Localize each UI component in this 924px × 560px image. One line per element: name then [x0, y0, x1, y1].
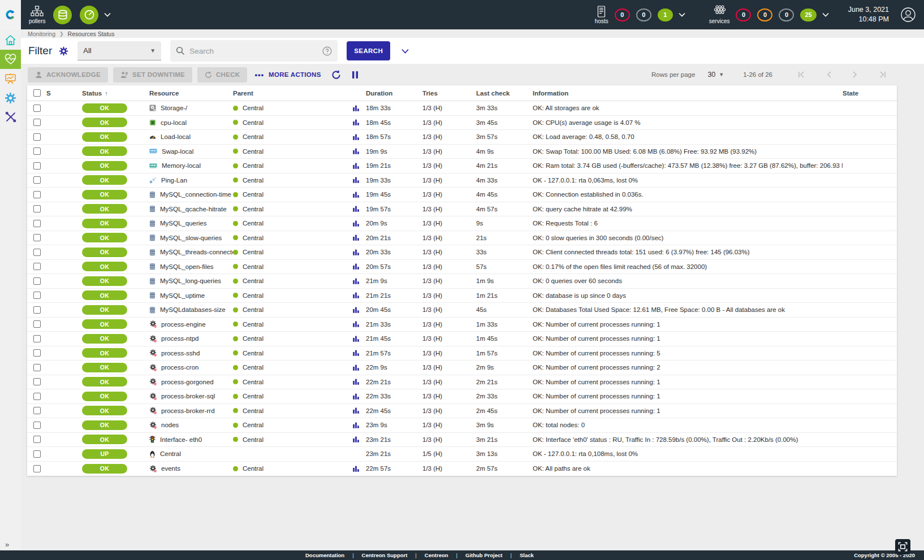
hosts-expand-chevron[interactable] [679, 12, 685, 17]
services-menu[interactable]: services [709, 5, 730, 24]
column-header-severity[interactable]: S [46, 90, 72, 97]
services-expand-chevron[interactable] [822, 12, 829, 17]
resource-name[interactable]: MySQLdatabases-size [160, 306, 226, 313]
parent-cell[interactable]: Central [233, 436, 346, 443]
graph-icon[interactable] [352, 306, 360, 314]
select-all-checkbox[interactable] [27, 89, 46, 97]
table-row[interactable]: OKprocess-broker-sqlCentral22m 33s1/3 (H… [27, 389, 897, 404]
graph-icon[interactable] [352, 335, 360, 342]
graph-icon[interactable] [352, 378, 360, 385]
footer-link[interactable]: Centreon Support [362, 552, 408, 558]
resource-name[interactable]: MySQL_queries [160, 220, 206, 227]
row-checkbox[interactable] [27, 191, 46, 198]
parent-cell[interactable]: Central [233, 263, 346, 270]
footer-link[interactable]: Documentation [305, 552, 344, 558]
hosts-unreachable-counter[interactable]: 0 [636, 8, 651, 21]
search-help-icon[interactable] [322, 46, 332, 56]
services-warning-counter[interactable]: 0 [757, 8, 772, 21]
table-row[interactable]: OKPing-LanCentral19m 33s1/3 (H)4m 33sOK … [27, 173, 897, 188]
parent-cell[interactable]: Central [233, 277, 346, 284]
resource-name[interactable]: events [161, 465, 180, 472]
graph-icon[interactable] [352, 349, 360, 357]
row-checkbox[interactable] [27, 147, 46, 155]
table-row[interactable]: OKprocess-broker-rrdCentral22m 45s1/3 (H… [27, 404, 897, 419]
set-downtime-button[interactable]: SET DOWNTIME [113, 67, 192, 83]
parent-cell[interactable]: Central [233, 407, 346, 414]
last-page-button[interactable] [868, 71, 897, 79]
parent-cell[interactable]: Central [233, 422, 346, 428]
parent-cell[interactable]: Central [233, 220, 346, 227]
row-checkbox[interactable] [27, 364, 46, 371]
table-row[interactable]: OKMemory-localCentral19m 21s1/3 (H)4m 21… [27, 159, 897, 173]
column-header-parent[interactable]: Parent [233, 90, 346, 97]
graph-icon[interactable] [352, 263, 360, 270]
database-status-badge[interactable] [53, 6, 72, 24]
column-header-tries[interactable]: Tries [422, 90, 476, 97]
more-actions-button[interactable]: ••• MORE ACTIONS [254, 71, 321, 79]
resource-name[interactable]: MySQL_threads-connected [160, 249, 233, 255]
row-checkbox[interactable] [27, 176, 46, 184]
pollers-menu[interactable]: pollers [29, 6, 45, 24]
services-unknown-counter[interactable]: 0 [779, 8, 794, 21]
graph-icon[interactable] [352, 105, 360, 112]
column-header-status[interactable]: Status↑ [72, 90, 145, 97]
table-row[interactable]: OKMySQL_threads-connectedCentral20m 33s1… [27, 245, 897, 260]
table-row[interactable]: OKMySQL_long-queriesCentral21m 9s1/3 (H)… [27, 274, 897, 289]
row-checkbox[interactable] [27, 465, 46, 472]
resource-name[interactable]: cpu-local [161, 119, 187, 126]
resource-name[interactable]: MySQL_connection-time [160, 191, 231, 198]
row-checkbox[interactable] [27, 205, 46, 212]
resource-name[interactable]: Storage-/ [161, 105, 187, 111]
row-checkbox[interactable] [27, 349, 46, 357]
row-checkbox[interactable] [27, 220, 46, 227]
breadcrumb-resources-status[interactable]: Resources Status [68, 31, 115, 37]
table-row[interactable]: OKInterface- eth0Central23m 21s1/3 (H)3m… [27, 433, 897, 448]
row-checkbox[interactable] [27, 105, 46, 112]
resource-name[interactable]: process-cron [161, 364, 198, 371]
table-row[interactable]: OKMySQL_uptimeCentral21m 21s1/3 (H)1m 21… [27, 289, 897, 303]
footer-link[interactable]: Github Project [465, 552, 502, 558]
column-header-duration[interactable]: Duration [366, 90, 422, 97]
table-row[interactable]: OKprocess-engineCentral21m 33s1/3 (H)1m … [27, 318, 897, 332]
graph-icon[interactable] [352, 422, 360, 429]
row-checkbox[interactable] [27, 422, 46, 429]
sidebar-item-monitoring[interactable] [0, 50, 21, 69]
parent-cell[interactable]: Central [233, 379, 346, 385]
table-row[interactable]: OKMySQLdatabases-sizeCentral20m 45s1/3 (… [27, 303, 897, 318]
user-profile-button[interactable] [900, 7, 916, 23]
resource-name[interactable]: Interface- eth0 [160, 436, 202, 443]
resource-name[interactable]: MySQL_open-files [160, 263, 214, 270]
table-row[interactable]: OKprocess-gorgonedCentral22m 21s1/3 (H)2… [27, 375, 897, 390]
footer-link[interactable]: Slack [520, 552, 534, 558]
parent-cell[interactable]: Central [233, 235, 346, 241]
hosts-down-counter[interactable]: 0 [615, 8, 630, 21]
graph-icon[interactable] [352, 162, 360, 170]
column-header-last-check[interactable]: Last check [476, 90, 533, 97]
parent-cell[interactable]: Central [233, 206, 346, 212]
row-checkbox[interactable] [27, 450, 46, 458]
resource-name[interactable]: process-broker-sql [161, 393, 215, 400]
footer-link[interactable]: Centreon [425, 552, 448, 558]
row-checkbox[interactable] [27, 335, 46, 342]
parent-cell[interactable]: Central [233, 364, 346, 371]
centreon-logo[interactable] [0, 0, 21, 29]
check-button[interactable]: CHECK [197, 67, 247, 83]
refresh-button[interactable] [331, 70, 341, 80]
table-row[interactable]: OKprocess-ntpdCentral21m 45s1/3 (H)1m 45… [27, 332, 897, 346]
sidebar-item-administration[interactable] [0, 107, 21, 127]
graph-icon[interactable] [352, 147, 360, 155]
graph-icon[interactable] [352, 191, 360, 198]
row-checkbox[interactable] [27, 306, 46, 314]
table-row[interactable]: OKnodesCentral23m 9s1/3 (H)3m 9sOK: tota… [27, 418, 897, 433]
row-checkbox[interactable] [27, 407, 46, 414]
parent-cell[interactable]: Central [233, 321, 346, 328]
resource-name[interactable]: process-broker-rrd [161, 407, 215, 414]
fullscreen-button[interactable] [895, 539, 910, 554]
graph-icon[interactable] [352, 249, 360, 256]
parent-cell[interactable]: Central [233, 191, 346, 198]
resource-name[interactable]: MySQL_qcache-hitrate [160, 206, 227, 212]
table-row[interactable]: OKMySQL_connection-timeCentral19m 45s1/3… [27, 188, 897, 202]
acknowledge-button[interactable]: ACKNOWLEDGE [28, 67, 108, 83]
graph-icon[interactable] [352, 277, 360, 285]
parent-cell[interactable]: Central [233, 133, 346, 140]
